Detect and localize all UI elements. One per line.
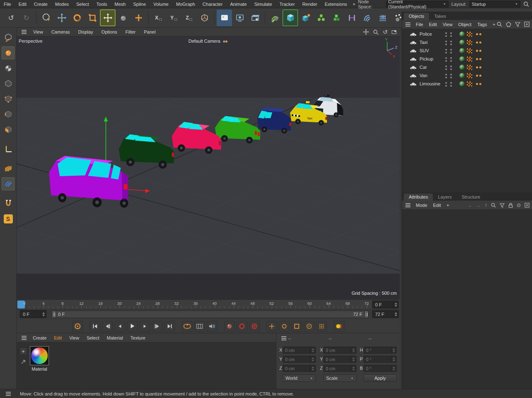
viewport-menu-item[interactable]: Filter	[121, 29, 139, 34]
film-button[interactable]	[194, 321, 205, 332]
record-frame-button[interactable]	[72, 321, 83, 332]
display-dot[interactable]	[479, 66, 481, 68]
rotate-tool-button[interactable]	[69, 10, 85, 26]
spinner-arrows[interactable]	[393, 311, 398, 318]
subdivision-surface-button[interactable]	[313, 10, 329, 26]
spline-pen-button[interactable]	[267, 10, 283, 26]
coord-p-rotation-field[interactable]: 0 °	[364, 356, 397, 363]
object-row-van[interactable]: Van	[402, 72, 532, 80]
render-visibility-dots[interactable]	[450, 82, 452, 87]
search-icon[interactable]	[523, 1, 529, 7]
add-material-button[interactable]: +	[20, 347, 27, 355]
object-row-police[interactable]: Police	[402, 30, 532, 39]
texture-tag-icon[interactable]	[467, 56, 472, 62]
texture-tag-icon[interactable]	[467, 48, 472, 53]
material-tag-icon[interactable]	[459, 56, 465, 62]
attr-menu-edit[interactable]: Edit	[430, 203, 444, 208]
editor-visibility-dots[interactable]	[445, 74, 447, 78]
tab-attributes[interactable]: Attributes	[404, 194, 433, 201]
timeline-options-button[interactable]	[334, 321, 344, 332]
display-dot[interactable]	[476, 33, 478, 35]
prev-frame-button[interactable]	[115, 321, 125, 332]
render-picture-viewer-button[interactable]	[232, 10, 247, 26]
end-frame-field[interactable]: 72 F	[372, 310, 399, 318]
search-icon[interactable]	[491, 203, 496, 208]
menubar-item[interactable]: File	[0, 2, 15, 7]
tab-takes[interactable]: Takes	[429, 13, 451, 20]
render-settings-button[interactable]	[247, 10, 263, 26]
record-position-toggle[interactable]	[266, 321, 277, 332]
start-frame-field[interactable]: 0 F	[20, 310, 46, 318]
viewport-menu-item[interactable]: View	[29, 29, 47, 34]
object-menu-item[interactable]: View	[440, 22, 456, 27]
coord-h-rotation-field[interactable]: 0 °	[364, 347, 397, 354]
active-tool-button[interactable]	[100, 10, 115, 26]
spinner-arrows[interactable]	[393, 301, 398, 308]
menubar-item[interactable]: Tools	[93, 2, 111, 7]
filter-icon[interactable]	[500, 203, 505, 208]
spinner-arrows[interactable]	[41, 311, 46, 318]
menubar-item[interactable]: Character	[199, 2, 226, 7]
menubar-item[interactable]: Render	[298, 2, 321, 7]
menu-overflow-arrow[interactable]: ▶	[445, 204, 452, 207]
material-menu-item[interactable]: Select	[83, 335, 103, 340]
material-thumbnail[interactable]	[30, 346, 49, 365]
material-menu-item[interactable]: Material	[103, 335, 127, 340]
pan-view-icon[interactable]	[363, 29, 369, 35]
coord-z-size-field[interactable]: 0 cm	[323, 365, 356, 372]
deformer-button[interactable]	[359, 10, 375, 26]
object-row-limousine[interactable]: Limousine	[402, 80, 532, 88]
material-tag-icon[interactable]	[459, 40, 465, 45]
coordinate-system-button[interactable]	[197, 10, 212, 26]
current-frame-field[interactable]: 0 F	[372, 301, 399, 308]
goto-start-button[interactable]	[90, 321, 100, 332]
snap-button[interactable]	[2, 177, 15, 190]
coord-b-rotation-field[interactable]: 0 °	[364, 365, 397, 372]
make-editable-button[interactable]	[2, 31, 15, 44]
add-frame-icon[interactable]	[524, 22, 530, 27]
keyframe-selection-button[interactable]	[249, 321, 260, 332]
scale-tool-button[interactable]	[85, 10, 100, 26]
material-tag-icon[interactable]	[459, 65, 465, 70]
menubar-item[interactable]: Volume	[150, 2, 173, 7]
menubar-item[interactable]: Select	[73, 2, 93, 7]
redo-button[interactable]: ↻	[19, 10, 34, 26]
menu-overflow-arrow[interactable]: ▶	[351, 2, 358, 6]
hamburger-icon[interactable]	[405, 24, 410, 25]
add-cube-button[interactable]	[283, 10, 298, 26]
object-row-suv[interactable]: SUV	[402, 47, 532, 55]
display-dot[interactable]	[476, 75, 478, 77]
hamburger-icon[interactable]	[22, 32, 27, 32]
record-pla-toggle[interactable]	[316, 321, 327, 332]
display-dot[interactable]	[479, 41, 481, 44]
material-tag-icon[interactable]	[459, 48, 465, 53]
material-tag-icon[interactable]	[459, 32, 465, 37]
viewport-menu-item[interactable]: Panel	[140, 29, 160, 34]
display-dot[interactable]	[476, 66, 478, 68]
object-menu-item[interactable]: File	[413, 22, 426, 27]
editor-visibility-dots[interactable]	[445, 82, 447, 87]
menubar-item[interactable]: Tracker	[276, 2, 299, 7]
hamburger-icon[interactable]	[405, 205, 410, 206]
menubar-item[interactable]: Modes	[51, 2, 73, 7]
menubar-item[interactable]: Extensions	[321, 2, 351, 7]
menubar-item[interactable]: Create	[30, 2, 51, 7]
render-visibility-dots[interactable]	[450, 74, 452, 78]
display-dot[interactable]	[476, 58, 478, 60]
material-menu-item[interactable]: Edit	[50, 335, 66, 340]
fields-button[interactable]	[375, 10, 390, 26]
apply-button[interactable]: Apply	[364, 374, 397, 382]
attr-menu-mode[interactable]: Mode	[413, 203, 430, 208]
object-menu-item[interactable]: Object	[455, 22, 474, 27]
tab-layers[interactable]: Layers	[433, 194, 456, 201]
live-selection-button[interactable]	[39, 10, 54, 26]
autokey-button[interactable]	[237, 321, 247, 332]
volume-button[interactable]	[329, 10, 344, 26]
object-menu-item[interactable]: Edit	[426, 22, 440, 27]
render-visibility-dots[interactable]	[450, 57, 452, 62]
texture-tag-icon[interactable]	[467, 40, 472, 45]
next-frame-button[interactable]	[139, 321, 150, 332]
display-dot[interactable]	[476, 41, 478, 44]
workplane-button[interactable]	[2, 162, 15, 175]
orbit-view-icon[interactable]: ↺	[383, 29, 388, 35]
